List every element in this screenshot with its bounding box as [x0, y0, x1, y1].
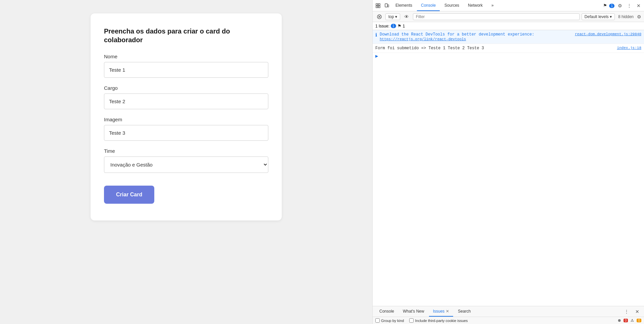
bottom-tab-whats-new[interactable]: What's New — [399, 306, 428, 317]
svg-rect-2 — [376, 6, 378, 8]
devtools-bottom-tabs: Console What's New Issues ✕ Search ⋮ ✕ — [373, 306, 644, 317]
devtools-tab-more[interactable]: » — [487, 0, 498, 11]
time-select[interactable]: Inovação e Gestão Desenvolvimento Design… — [104, 156, 268, 173]
form-card: Preencha os dados para criar o card do c… — [91, 13, 282, 220]
issues-bar: 1 Issue: 1 ⚑ 1 — [373, 22, 644, 30]
time-group: Time Inovação e Gestão Desenvolvimento D… — [104, 148, 268, 173]
nome-input[interactable] — [104, 62, 268, 78]
bottom-tab-issues[interactable]: Issues ✕ — [429, 306, 453, 317]
third-party-cookies-label[interactable]: Include third-party cookie issues — [409, 318, 468, 323]
issues-label: 1 Issue: — [375, 24, 389, 28]
form-title: Preencha os dados para criar o card do c… — [104, 27, 268, 44]
console-settings-gear-icon[interactable]: ⚙ — [637, 14, 641, 19]
console-output: ℹ Download the React DevTools for a bett… — [373, 30, 644, 306]
console-message-react-devtools: Download the React DevTools for a better… — [380, 32, 572, 42]
console-entry-react-devtools: ℹ Download the React DevTools for a bett… — [373, 30, 644, 44]
eye-icon[interactable]: 👁 — [402, 13, 411, 20]
nome-group: Nome — [104, 54, 268, 78]
issues-badge: 1 — [391, 24, 396, 28]
group-by-kind-checkbox[interactable] — [375, 318, 380, 323]
issues-flag-count: 1 — [403, 24, 405, 28]
close-bottom-panel-icon[interactable]: ✕ — [633, 308, 641, 316]
devtools-tab-network[interactable]: Network — [464, 0, 487, 11]
react-devtools-link[interactable]: https://reactjs.org/link/react-devtools — [380, 37, 466, 41]
devtools-tab-sources[interactable]: Sources — [440, 0, 463, 11]
devtools-secondary-toolbar: top ▾ 👁 Default levels ▾ 8 hidden ⚙ — [373, 11, 644, 22]
devtools-toolbar-icons: ⚑ 1 ⚙ ⋮ ✕ — [603, 2, 643, 10]
console-entry-form-submit: Form foi submetido => Teste 1 Teste 2 Te… — [373, 44, 644, 53]
console-message-form: Form foi submetido => Teste 1 Teste 2 Te… — [375, 46, 614, 51]
svg-rect-1 — [378, 4, 380, 5]
hidden-count: 8 hidden — [618, 14, 634, 19]
inspect-icon[interactable] — [374, 2, 382, 10]
three-dot-menu-icon[interactable]: ⋮ — [623, 308, 631, 316]
settings-icon[interactable]: ⚙ — [616, 2, 624, 10]
close-issues-tab-icon[interactable]: ✕ — [446, 309, 449, 314]
time-label: Time — [104, 148, 268, 154]
imagem-input[interactable] — [104, 125, 268, 141]
expand-arrow-icon[interactable]: ▶ — [375, 53, 378, 59]
third-party-cookies-checkbox[interactable] — [409, 318, 414, 323]
svg-rect-4 — [385, 4, 387, 7]
top-context-selector[interactable]: top ▾ — [385, 13, 400, 20]
error-warning-counts: ⊗ 0 ⚠ 0 — [618, 318, 641, 323]
cargo-group: Cargo — [104, 85, 268, 109]
console-file-index[interactable]: index.js:18 — [617, 46, 641, 50]
devtools-panel: Elements Console Sources Network » ⚑ 1 ⚙… — [372, 0, 644, 324]
error-badge: 0 — [624, 319, 628, 322]
imagem-label: Imagem — [104, 117, 268, 122]
devtools-tab-console[interactable]: Console — [417, 0, 440, 11]
group-by-kind-label[interactable]: Group by kind — [375, 318, 404, 323]
device-toggle-icon[interactable] — [383, 2, 391, 10]
default-levels-button[interactable]: Default levels ▾ — [582, 13, 615, 20]
warning-badge: 0 — [637, 319, 641, 322]
nome-label: Nome — [104, 54, 268, 59]
console-expand-arrow[interactable]: ▶ — [373, 53, 644, 59]
cargo-label: Cargo — [104, 85, 268, 91]
third-party-cookies-text: Include third-party cookie issues — [415, 319, 468, 323]
console-file-react-dom[interactable]: react-dom.development.js:29840 — [575, 32, 641, 36]
info-icon: ℹ — [375, 32, 377, 38]
filter-input[interactable] — [413, 13, 580, 20]
warning-icon: ⚠ — [631, 318, 634, 323]
cargo-input[interactable] — [104, 93, 268, 109]
devtools-tab-elements[interactable]: Elements — [391, 0, 416, 11]
imagem-group: Imagem — [104, 117, 268, 141]
app-area: Preencha os dados para criar o card do c… — [0, 0, 372, 324]
close-devtools-icon[interactable]: ✕ — [635, 2, 643, 10]
devtools-tabs-toolbar: Elements Console Sources Network » ⚑ 1 ⚙… — [373, 0, 644, 11]
clear-console-icon[interactable] — [375, 13, 383, 21]
svg-rect-3 — [378, 6, 380, 8]
bottom-tab-search[interactable]: Search — [454, 306, 475, 317]
badge-count: ⚑ 1 — [603, 3, 614, 8]
svg-rect-0 — [376, 4, 378, 5]
bottom-options-bar: Group by kind Include third-party cookie… — [373, 317, 644, 324]
error-icon: ⊗ — [618, 318, 621, 323]
svg-rect-5 — [388, 5, 389, 7]
customize-icon[interactable]: ⋮ — [625, 2, 633, 10]
bottom-tab-console[interactable]: Console — [375, 306, 398, 317]
criar-card-button[interactable]: Criar Card — [104, 186, 154, 204]
group-by-kind-text: Group by kind — [381, 319, 404, 323]
